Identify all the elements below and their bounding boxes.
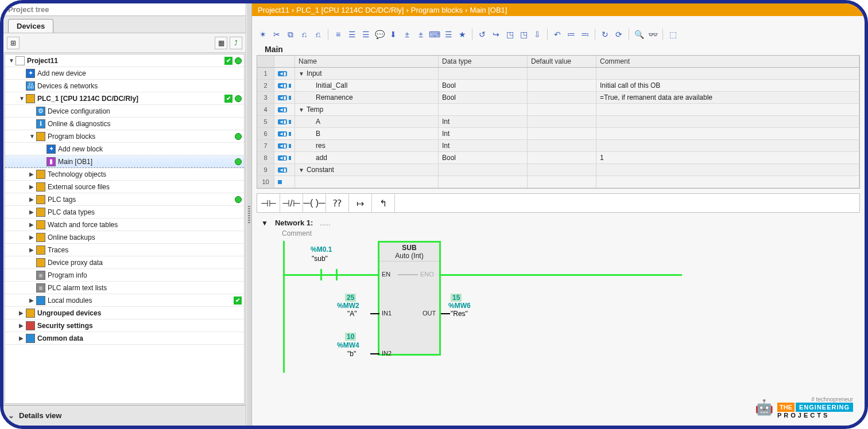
tree-item[interactable]: ▶Local modules✔ bbox=[5, 294, 244, 307]
breadcrumb-item[interactable]: Project11 bbox=[258, 6, 289, 14]
variable-row[interactable]: 9◄▮▼ Constant bbox=[257, 164, 859, 176]
chevron-down-icon: ⌄ bbox=[8, 411, 14, 420]
tab-devices[interactable]: Devices bbox=[8, 19, 53, 33]
tree-toolbar-grid-icon[interactable]: ▦ bbox=[215, 37, 227, 49]
tree-item[interactable]: ▶PLC tags bbox=[5, 193, 244, 206]
toolbar-button[interactable]: ↺ bbox=[476, 28, 489, 41]
robot-icon: 🤖 bbox=[755, 397, 773, 419]
toolbar-button[interactable]: ✂ bbox=[270, 28, 283, 41]
variable-row[interactable]: 6◄▮ BInt bbox=[257, 128, 859, 140]
toolbar-button[interactable]: ☰ bbox=[359, 28, 372, 41]
toolbar-button[interactable]: ↻ bbox=[599, 28, 611, 41]
tree-item[interactable]: ▶Technology objects bbox=[5, 168, 244, 181]
toolbar-button[interactable]: ± bbox=[401, 28, 413, 41]
toolbar-button[interactable]: ⧉ bbox=[284, 28, 297, 41]
variable-row[interactable]: 8◄▮ addBool1 bbox=[257, 152, 859, 164]
port-en: EN bbox=[382, 271, 390, 278]
tree-item[interactable]: ▶Ungrouped devices bbox=[5, 307, 244, 319]
sub-block[interactable]: SUB Auto (Int) bbox=[378, 241, 441, 356]
toolbar-button[interactable]: ⎌ bbox=[312, 28, 324, 41]
vertical-splitter[interactable] bbox=[246, 3, 252, 426]
toolbar-button[interactable]: ↪ bbox=[490, 28, 502, 41]
in1-value: 25 bbox=[345, 294, 356, 302]
tree-item[interactable]: ▮Main [OB1] bbox=[5, 155, 244, 168]
toolbar-button[interactable]: ☰ bbox=[346, 28, 358, 41]
details-view-header[interactable]: ⌄ Details view bbox=[3, 405, 246, 426]
toolbar-button[interactable]: ≔ bbox=[565, 28, 578, 41]
in2-address: %MW4 bbox=[337, 341, 359, 349]
tree-item[interactable]: ▶Security settings bbox=[5, 319, 244, 332]
toolbar-button[interactable]: ⇩ bbox=[531, 28, 544, 41]
panel-pin-icon[interactable]: ▯ bbox=[227, 5, 231, 14]
toolbar-button[interactable]: ◳ bbox=[503, 28, 516, 41]
ladder-tool-button[interactable]: ⊣/⊢ bbox=[280, 194, 303, 212]
toolbar-button[interactable]: ⬇ bbox=[387, 28, 400, 41]
tree-item[interactable]: ▶Online backups bbox=[5, 231, 244, 244]
tree-item[interactable]: ▼PLC_1 [CPU 1214C DC/DC/Rly]✔ bbox=[5, 92, 244, 105]
panel-collapse-icon[interactable]: ◀ bbox=[235, 5, 241, 14]
breadcrumb-item[interactable]: Main [OB1] bbox=[470, 6, 507, 14]
tree-item[interactable]: ▶External source files bbox=[5, 181, 244, 193]
variable-row[interactable]: 2◄▮ Initial_CallBoolInitial call of this… bbox=[257, 80, 859, 92]
network-title[interactable]: Network 1: bbox=[275, 219, 313, 227]
tree-item[interactable]: ≡PLC alarm text lists bbox=[5, 282, 244, 294]
col-comment[interactable]: Comment bbox=[596, 56, 859, 67]
toolbar-button[interactable]: 👓 bbox=[646, 28, 659, 41]
toolbar-button[interactable]: ± bbox=[414, 28, 427, 41]
tree-toolbar-refresh-icon[interactable]: ⤴ bbox=[230, 37, 242, 49]
ladder-diagram[interactable]: %M0.1 "sub" SUB Auto (Int) EN ENO IN1 OU… bbox=[261, 241, 855, 373]
ladder-tool-button[interactable]: ↦ bbox=[349, 194, 372, 212]
toolbar-button[interactable]: ≕ bbox=[579, 28, 591, 41]
tree-item[interactable]: ▼Program blocks bbox=[5, 130, 244, 143]
toolbar-button[interactable]: ★ bbox=[456, 28, 468, 41]
tree-item[interactable]: ≡Program info bbox=[5, 269, 244, 282]
network-comment[interactable]: Comment bbox=[254, 228, 862, 241]
tree-item[interactable]: ▶Watch and force tables bbox=[5, 219, 244, 231]
toolbar-button[interactable]: ≡ bbox=[332, 28, 344, 41]
variable-row[interactable]: 3◄▮ RemanenceBool=True, if remanent data… bbox=[257, 92, 859, 104]
toolbar-button[interactable]: ⟳ bbox=[613, 28, 625, 41]
out-symbol: "Res" bbox=[451, 310, 468, 318]
toolbar-button[interactable]: 🔍 bbox=[633, 28, 645, 41]
breadcrumb-item[interactable]: Program blocks bbox=[411, 6, 463, 14]
toolbar-button[interactable]: 💬 bbox=[373, 28, 386, 41]
tree-item[interactable]: ▼Project11✔ bbox=[5, 54, 244, 67]
variable-table[interactable]: Name Data type Default value Comment 1◄▮… bbox=[257, 55, 860, 189]
in1-symbol: "A" bbox=[347, 310, 357, 318]
online-dot-icon bbox=[235, 133, 242, 140]
col-default[interactable]: Default value bbox=[528, 56, 596, 67]
col-type[interactable]: Data type bbox=[439, 56, 528, 67]
project-tree[interactable]: ▼Project11✔✦Add new device品Devices & net… bbox=[5, 54, 245, 404]
tree-item[interactable]: ✦Add new block bbox=[5, 143, 244, 155]
online-dot-icon bbox=[235, 57, 242, 64]
tree-item[interactable]: ▶PLC data types bbox=[5, 206, 244, 219]
toolbar-button[interactable]: ✶ bbox=[257, 28, 269, 41]
variable-row[interactable]: 5◄▮ AInt bbox=[257, 116, 859, 128]
variable-row[interactable]: 7◄▮ resInt bbox=[257, 140, 859, 152]
tree-item[interactable]: ▶Common data bbox=[5, 332, 244, 345]
ladder-tool-button[interactable]: ─( )─ bbox=[303, 194, 326, 212]
tree-item[interactable]: ℹOnline & diagnostics bbox=[5, 118, 244, 130]
ladder-tool-button[interactable]: ↰ bbox=[372, 194, 395, 212]
toolbar-button[interactable]: ⎌ bbox=[298, 28, 311, 41]
toolbar-button[interactable]: ⌨ bbox=[428, 28, 441, 41]
tree-item[interactable]: Device proxy data bbox=[5, 256, 244, 269]
toolbar-button[interactable]: ⬚ bbox=[666, 28, 679, 41]
tree-item[interactable]: ⚙Device configuration bbox=[5, 105, 244, 118]
tree-toolbar-left-icon[interactable]: ⊞ bbox=[7, 37, 20, 49]
variable-row[interactable]: 1◄▮▼ Input bbox=[257, 68, 859, 80]
tree-item[interactable]: 品Devices & networks bbox=[5, 80, 244, 92]
tree-item[interactable]: ▶Traces bbox=[5, 244, 244, 256]
toolbar-button[interactable]: ☰ bbox=[442, 28, 455, 41]
ladder-tool-button[interactable]: ⊣⊢ bbox=[257, 194, 280, 212]
ladder-tool-button[interactable]: ⁇ bbox=[326, 194, 349, 212]
tree-item[interactable]: ✦Add new device bbox=[5, 67, 244, 80]
variable-row[interactable]: 10 bbox=[257, 176, 859, 188]
network-collapse-icon[interactable]: ▼ bbox=[261, 219, 268, 227]
port-in2: IN2 bbox=[382, 350, 392, 357]
toolbar-button[interactable]: ↶ bbox=[551, 28, 564, 41]
col-name[interactable]: Name bbox=[295, 56, 439, 67]
variable-row[interactable]: 4◄▮▼ Temp bbox=[257, 104, 859, 116]
toolbar-button[interactable]: ◳ bbox=[517, 28, 530, 41]
breadcrumb-item[interactable]: PLC_1 [CPU 1214C DC/DC/Rly] bbox=[296, 6, 404, 14]
